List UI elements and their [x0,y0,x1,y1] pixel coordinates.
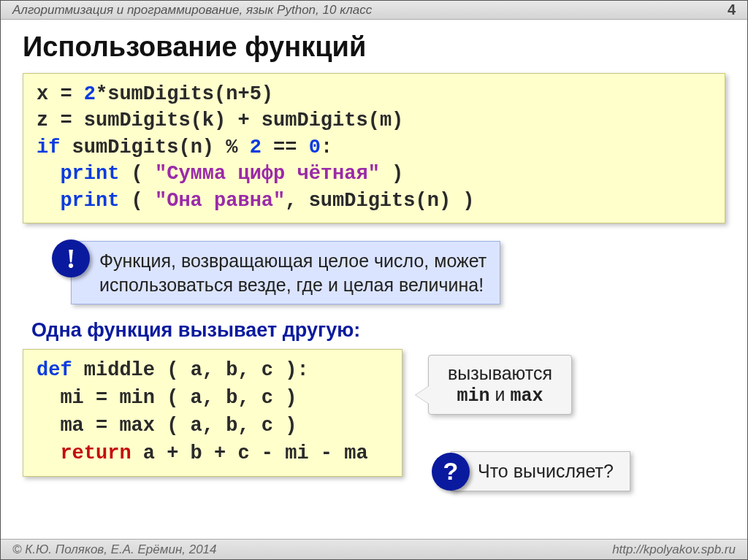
code-line: if sumDigits(n) % 2 == 0: [37,134,711,161]
info-note: ! Функция, возвращающая целое число, мож… [52,239,725,304]
code-line: print ( "Сумма цифр чётная" ) [37,161,711,187]
page-number: 4 [728,1,736,18]
question-icon: ? [432,453,470,491]
code-line: print ( "Она равна", sumDigits(n) ) [37,188,711,214]
code-line: ma = max ( a, b, c ) [37,413,389,440]
question-box: Что вычисляет? [451,451,630,491]
code-block-1: x = 2*sumDigits(n+5) z = sumDigits(k) + … [23,73,725,223]
callout-line: min и max [448,384,552,407]
exclamation-icon: ! [52,239,90,277]
slide-title: Использование функций [23,31,725,63]
footer-bar: © К.Ю. Поляков, Е.А. Ерёмин, 2014 http:/… [1,539,747,559]
footer-url: http://kpolyakov.spb.ru [612,542,736,557]
code-line: return a + b + c - mi - ma [37,440,389,468]
callout-box: вызываются min и max [428,355,572,415]
code-line: x = 2*sumDigits(n+5) [37,81,711,107]
callout-tail-icon [416,386,429,404]
footer-authors: © К.Ю. Поляков, Е.А. Ерёмин, 2014 [12,542,217,557]
note-line: использоваться везде, где и целая величи… [99,273,486,297]
code-line: def middle ( a, b, c ): [37,357,389,385]
header-bar: Алгоритмизация и программирование, язык … [1,1,747,20]
code-line: z = sumDigits(k) + sumDigits(m) [37,107,711,134]
note-line: Функция, возвращающая целое число, может [99,249,486,273]
info-note-box: Функция, возвращающая целое число, может… [71,241,500,304]
course-title: Алгоритмизация и программирование, язык … [12,3,372,18]
callout-line: вызываются [448,363,552,384]
code-block-2: def middle ( a, b, c ): mi = min ( a, b,… [23,349,402,477]
sub-heading: Одна функция вызывает другую: [31,319,725,342]
question-note: ? Что вычисляет? [432,451,630,491]
code-line: mi = min ( a, b, c ) [37,385,389,413]
